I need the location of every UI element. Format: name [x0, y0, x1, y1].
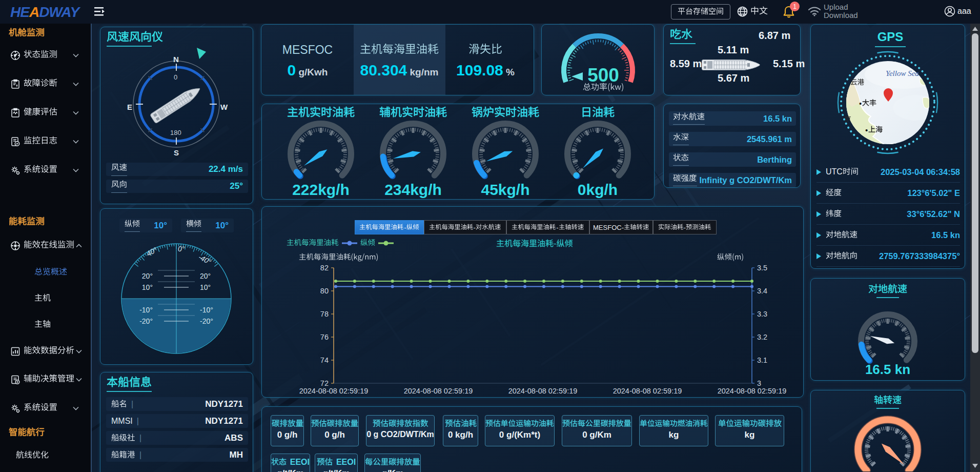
svg-text:-20°: -20° [200, 317, 213, 325]
svg-text:10°: 10° [142, 283, 153, 291]
svg-text:3: 3 [757, 379, 761, 387]
svg-text:3.5: 3.5 [757, 264, 767, 272]
svg-text:72: 72 [320, 379, 329, 387]
svg-text:-20°: -20° [139, 317, 153, 325]
svg-text:-10°: -10° [200, 306, 213, 314]
svg-text:2024-08-08 02:59:19: 2024-08-08 02:59:19 [404, 387, 473, 395]
svg-text:20°: 20° [200, 272, 211, 280]
svg-text:80: 80 [320, 287, 329, 295]
svg-text:78: 78 [320, 310, 329, 318]
svg-text:10°: 10° [200, 283, 211, 291]
svg-text:3.1: 3.1 [757, 356, 767, 364]
svg-text:2024-08-08 02:59:19: 2024-08-08 02:59:19 [613, 387, 682, 395]
svg-text:3.2: 3.2 [757, 333, 767, 341]
svg-text:2024-08-08 02:59:19: 2024-08-08 02:59:19 [718, 387, 787, 395]
svg-text:3.4: 3.4 [757, 287, 767, 295]
svg-text:-10°: -10° [139, 306, 153, 314]
svg-text:2024-08-08 02:59:19: 2024-08-08 02:59:19 [299, 387, 369, 395]
svg-text:76: 76 [320, 333, 329, 341]
svg-text:2024-08-08 02:59:19: 2024-08-08 02:59:19 [508, 387, 578, 395]
svg-text:74: 74 [320, 356, 329, 364]
svg-text:0°: 0° [178, 245, 185, 253]
svg-text:3.3: 3.3 [757, 310, 767, 318]
svg-text:20°: 20° [142, 272, 153, 280]
svg-text:82: 82 [320, 264, 329, 272]
